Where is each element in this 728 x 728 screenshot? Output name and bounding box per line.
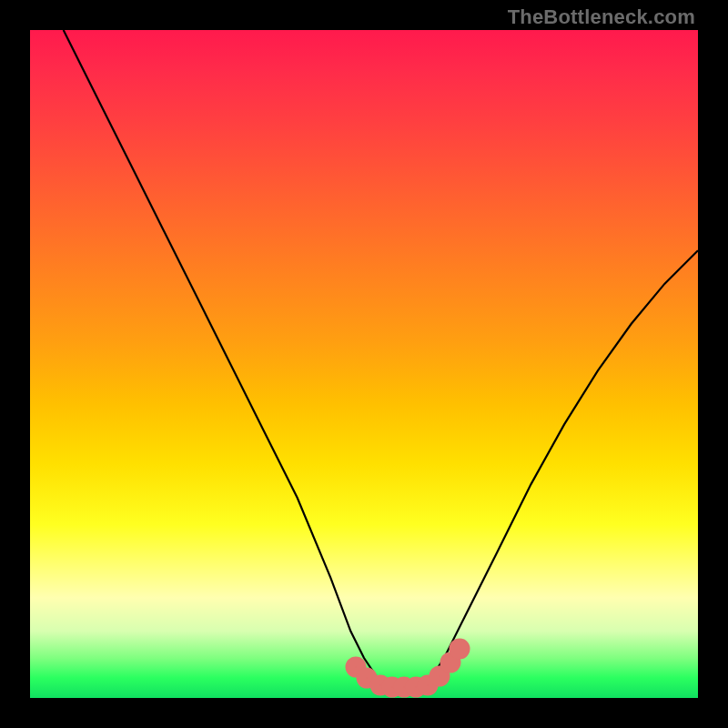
chart-frame: TheBottleneck.com bbox=[0, 0, 728, 728]
curve-layer bbox=[30, 30, 698, 698]
plot-area bbox=[30, 30, 698, 698]
svg-point-10 bbox=[454, 643, 465, 654]
svg-point-9 bbox=[445, 657, 456, 668]
watermark-text: TheBottleneck.com bbox=[508, 5, 695, 29]
bottleneck-curve bbox=[64, 30, 698, 684]
svg-point-8 bbox=[434, 671, 445, 682]
